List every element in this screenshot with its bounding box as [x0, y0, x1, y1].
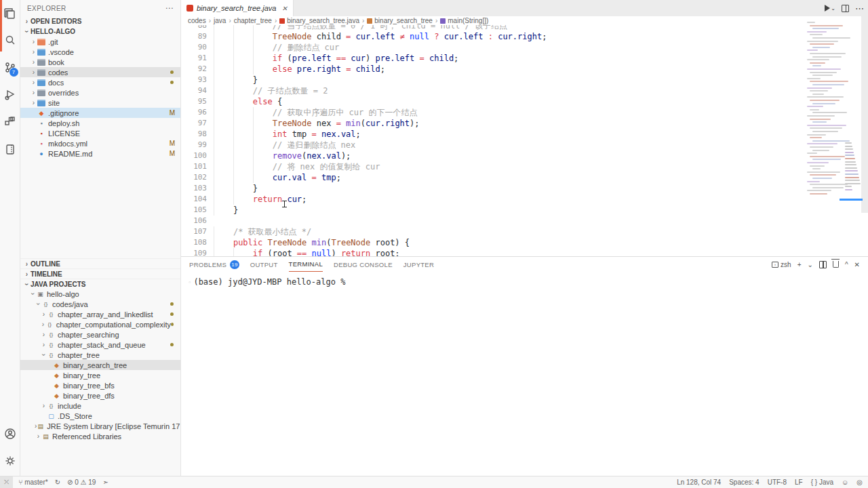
run-debug-icon[interactable]: [0, 81, 20, 108]
chevron-right-icon: ›: [30, 79, 37, 86]
encoding[interactable]: UTF-8: [768, 479, 787, 486]
line-text: /* 获取最小结点 */: [214, 226, 311, 237]
sync-button[interactable]: ↻: [55, 479, 60, 486]
minimap-line: [812, 56, 842, 58]
shell-selector[interactable]: ›zsh: [772, 261, 791, 268]
source-control-icon[interactable]: 7: [0, 54, 20, 81]
java-project-row--ds-store[interactable]: ›▢.DS_Store: [20, 411, 180, 421]
file-row-deploy-sh[interactable]: ›▪deploy.sh: [20, 118, 180, 128]
java-project-row-chapter-computational-complexity[interactable]: ›{}chapter_computational_complexity: [20, 319, 180, 329]
java-project-row-binary-tree-dfs[interactable]: ›◆binary_tree_dfs: [20, 390, 180, 401]
file-row-readme-md[interactable]: ›●README.mdM: [20, 148, 180, 159]
line-number: 97: [181, 118, 207, 129]
java-project-row-referenced-libraries[interactable]: ›▤Referenced Libraries: [20, 431, 180, 441]
minimap-line: [810, 53, 846, 54]
java-project-row-include[interactable]: ›{}include: [20, 401, 180, 411]
breadcrumb-item-codes[interactable]: codes: [188, 17, 206, 24]
new-terminal-button[interactable]: +: [797, 261, 802, 268]
root-folder-header[interactable]: › HELLO-ALGO: [20, 26, 180, 37]
split-editor-icon[interactable]: [842, 5, 849, 12]
package-icon: {}: [46, 321, 54, 327]
explorer-more-button[interactable]: ⋯: [165, 3, 174, 13]
section-outline[interactable]: ›OUTLINE: [20, 258, 180, 268]
breadcrumb-item-binary-search-tree-java[interactable]: binary_search_tree.java: [279, 17, 359, 24]
minimap-line: [807, 134, 826, 136]
panel-tab-jupyter[interactable]: JUPYTER: [403, 257, 434, 272]
cursor-position[interactable]: Ln 128, Col 74: [677, 479, 721, 486]
minimap-line: [812, 187, 844, 188]
status-bar: ⤫ ⑂master*↻⊘ 0 ⚠ 19➣ Ln 128, Col 74Space…: [0, 476, 868, 488]
panel-tab-output[interactable]: OUTPUT: [250, 257, 278, 272]
file-row--vscode[interactable]: ›.vscode: [20, 47, 180, 57]
open-editors-header[interactable]: › OPEN EDITORS: [20, 16, 180, 26]
indent-guide: [233, 53, 253, 64]
package-icon: {}: [47, 352, 55, 358]
java-project-row-hello-algo[interactable]: ›▣hello-algo: [20, 289, 180, 299]
split-terminal-icon[interactable]: [819, 261, 827, 268]
tab-binary-search-tree[interactable]: binary_search_tree.java ✕: [181, 0, 294, 16]
file-row-mkdocs-yml[interactable]: ›▪mkdocs.ymlM: [20, 138, 180, 148]
breadcrumb-item-java[interactable]: java: [214, 17, 226, 24]
eol[interactable]: LF: [795, 479, 803, 486]
feedback-button[interactable]: ☺: [842, 479, 848, 486]
line-number: 108: [181, 237, 207, 248]
editor-scrollbar[interactable]: [861, 16, 868, 213]
file-row-codes[interactable]: ›codes: [20, 67, 180, 77]
search-icon[interactable]: [0, 27, 20, 54]
notebook-icon[interactable]: [0, 136, 20, 163]
code-editor[interactable]: 88// 当子结点数量 = 0 / 1 时， child = null / 该子…: [181, 16, 868, 256]
line-text: return cur;: [214, 194, 307, 205]
panel-tab-problems[interactable]: PROBLEMS19: [189, 257, 239, 272]
java-project-row-chapter-tree[interactable]: ›{}chapter_tree: [20, 350, 180, 360]
java-project-row-jre-system-library-eclipse-temurin-17-17-[interactable]: ›▤JRE System Library [Eclipse Temurin 17…: [20, 421, 180, 431]
file-row--gitignore[interactable]: ›◆.gitignoreM: [20, 108, 180, 118]
file-row-docs[interactable]: ›docs: [20, 77, 180, 87]
problems-summary[interactable]: ⊘ 0 ⚠ 19: [67, 479, 96, 486]
section-timeline[interactable]: ›TIMELINE: [20, 268, 180, 279]
indentation[interactable]: Spaces: 4: [729, 479, 759, 486]
minimap-line: [812, 168, 821, 169]
java-project-row-chapter-stack-and-queue[interactable]: ›{}chapter_stack_and_queue: [20, 340, 180, 350]
minimap[interactable]: [806, 16, 861, 256]
file-row-overrides[interactable]: ›overrides: [20, 87, 180, 98]
run-button[interactable]: ⌄: [825, 5, 835, 12]
account-icon[interactable]: [0, 420, 20, 447]
java-project-row-binary-tree[interactable]: ›◆binary_tree: [20, 370, 180, 380]
tab-close-icon[interactable]: ✕: [281, 5, 287, 12]
panel-tab-terminal[interactable]: TERMINAL: [289, 257, 323, 272]
section-java-projects[interactable]: ›JAVA PROJECTS: [20, 279, 180, 289]
explorer-icon[interactable]: [0, 0, 20, 27]
java-project-row-binary-search-tree[interactable]: ›◆binary_search_tree: [20, 360, 180, 370]
remote-indicator[interactable]: ⤫: [0, 476, 13, 488]
minimap-line: [810, 156, 845, 157]
breadcrumb-item-main-string-[interactable]: main(String[]): [440, 17, 488, 24]
breadcrumb-item-chapter-tree[interactable]: chapter_tree: [234, 17, 272, 24]
terminal[interactable]: ◦(base) jyd@JYD-MBP hello-algo %: [181, 272, 868, 287]
minimap-line: [810, 81, 848, 82]
java-project-row-chapter-searching[interactable]: ›{}chapter_searching: [20, 329, 180, 340]
maximize-panel-chevron[interactable]: ^: [845, 261, 848, 268]
editor-more-actions[interactable]: ⋯: [855, 3, 864, 14]
git-branch[interactable]: ⑂master*: [18, 479, 47, 486]
breadcrumb[interactable]: codes›java›chapter_tree›binary_search_tr…: [181, 16, 806, 25]
file-row-license[interactable]: ›▪LICENSE: [20, 128, 180, 138]
file-row-site[interactable]: ›site: [20, 98, 180, 108]
language-mode[interactable]: { } Java: [811, 479, 833, 486]
notifications-bell[interactable]: ◎: [856, 479, 863, 486]
extensions-icon[interactable]: [0, 108, 20, 136]
rocket-button[interactable]: ➣: [102, 479, 108, 486]
minimap-line: [810, 72, 837, 73]
settings-gear-icon[interactable]: [0, 447, 20, 474]
breadcrumb-item-binary-search-tree[interactable]: binary_search_tree: [367, 17, 433, 24]
kill-terminal-trash-icon[interactable]: [833, 261, 839, 268]
java-project-row-binary-tree-bfs[interactable]: ›◆binary_tree_bfs: [20, 380, 180, 390]
line-number: 89: [181, 31, 207, 42]
close-panel-icon[interactable]: ✕: [854, 261, 860, 268]
java-project-row-chapter-array-and-linkedlist[interactable]: ›{}chapter_array_and_linkedlist: [20, 309, 180, 319]
java-project-row-codes-java[interactable]: ›{}codes/java: [20, 299, 180, 309]
file-row--git[interactable]: ›.git: [20, 37, 180, 47]
line-text: // 递归删除结点 nex: [214, 140, 355, 150]
terminal-dropdown-chevron[interactable]: ⌄: [808, 261, 813, 268]
file-row-book[interactable]: ›book: [20, 57, 180, 67]
panel-tab-debug-console[interactable]: DEBUG CONSOLE: [334, 257, 393, 272]
